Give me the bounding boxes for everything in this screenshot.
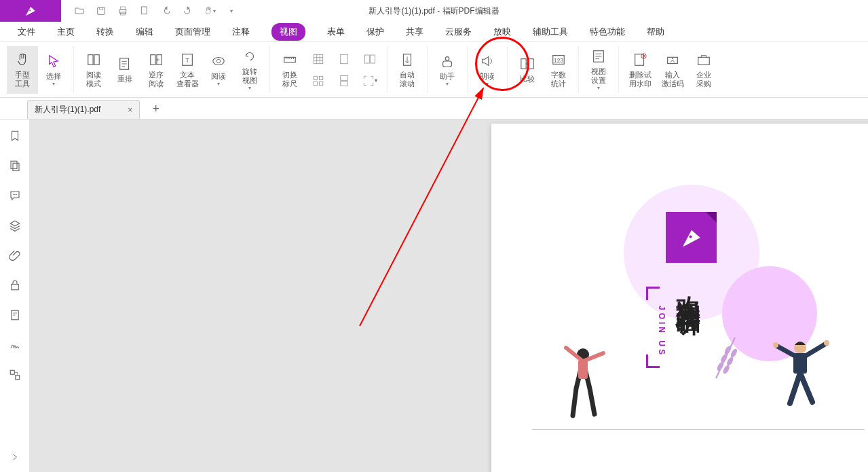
menu-aux-tools[interactable]: 辅助工具 [533, 26, 568, 38]
facing-icon[interactable] [360, 52, 380, 66]
continuous-icon[interactable] [334, 74, 354, 88]
document-tab[interactable]: 新人引导(1)(1).pdf × [27, 100, 140, 119]
foxit-logo [666, 212, 717, 263]
select-label: 选择 [46, 72, 61, 81]
assistant-label: 助手 [440, 72, 455, 81]
illustration-person [766, 335, 834, 422]
enter-code-button[interactable]: 输入 激活码 [657, 46, 688, 94]
settings-icon [590, 48, 607, 65]
compare-button[interactable]: 比较 [512, 46, 543, 94]
sign-doc-icon[interactable] [8, 308, 22, 322]
rotate-view-label: 旋转 视图 [242, 67, 257, 85]
security-icon[interactable] [8, 278, 22, 292]
svg-point-53 [722, 364, 731, 375]
svg-rect-19 [320, 76, 323, 79]
side-panel-rail [0, 120, 30, 472]
svg-rect-18 [314, 76, 317, 79]
menu-home[interactable]: 主页 [57, 26, 75, 38]
svg-rect-24 [341, 81, 348, 86]
document-tab-label: 新人引导(1)(1).pdf [35, 104, 100, 115]
add-tab-button[interactable]: + [152, 102, 159, 119]
auto-scroll-button[interactable]: 自动 滚动 [392, 46, 423, 94]
menu-view[interactable]: 视图 [271, 23, 305, 41]
reflow-label: 重排 [117, 75, 132, 84]
svg-point-44 [16, 194, 17, 196]
remove-trial-wm-button[interactable]: 删除试 用水印 [623, 46, 657, 94]
briefcase-icon [696, 52, 712, 68]
reverse-read-button[interactable]: 逆序 阅读 [140, 46, 172, 94]
fit-icon[interactable]: ▾ [360, 74, 380, 88]
svg-point-14 [213, 57, 225, 65]
undo-icon[interactable] [160, 5, 172, 17]
read-mode-label: 阅读 模式 [86, 71, 101, 88]
menu-help[interactable]: 帮助 [647, 26, 664, 38]
text-viewer-label: 文本 查看器 [176, 71, 199, 88]
svg-point-38 [672, 58, 673, 59]
chevron-down-icon: ▾ [446, 81, 449, 87]
view-settings-button[interactable]: 视图 设置 ▾ [583, 46, 614, 94]
quick-access-toolbar: ▾ ▾ [73, 5, 238, 17]
menu-page-manage[interactable]: 页面管理 [175, 26, 210, 38]
read-aloud-button[interactable]: 阅读 ▾ [203, 46, 234, 94]
pages-icon[interactable] [8, 159, 22, 173]
svg-rect-31 [529, 59, 533, 69]
save-icon[interactable] [95, 5, 107, 17]
hand-tool-button[interactable]: 手型 工具 [7, 46, 38, 94]
svg-point-0 [29, 10, 31, 11]
svg-rect-47 [10, 370, 14, 374]
comment-icon[interactable] [8, 189, 22, 202]
reflow-button[interactable]: 重排 [109, 46, 140, 94]
qat-dropdown-icon[interactable]: ▾ [225, 5, 238, 17]
assistant-button[interactable]: 助手 ▾ [432, 46, 463, 94]
svg-rect-41 [13, 163, 19, 170]
svg-rect-17 [314, 54, 323, 64]
redo-icon[interactable] [182, 5, 194, 17]
menu-file[interactable]: 文件 [18, 26, 35, 38]
menu-special[interactable]: 特色功能 [590, 26, 625, 38]
text-viewer-button[interactable]: T 文本 查看器 [172, 46, 203, 94]
remove-trial-wm-label: 删除试 用水印 [629, 71, 652, 88]
attachment-icon[interactable] [8, 249, 22, 262]
read-out-button[interactable]: 朗读 ▾ [472, 46, 503, 94]
eye-icon [210, 53, 227, 69]
enterprise-buy-button[interactable]: 企业 采购 [688, 46, 719, 94]
menu-play[interactable]: 放映 [493, 26, 511, 38]
svg-rect-8 [94, 54, 99, 65]
bookmark-icon[interactable] [8, 129, 22, 143]
word-count-button[interactable]: 123 字数 统计 [543, 46, 574, 94]
hand-icon[interactable]: ▾ [204, 5, 216, 17]
single-page-icon[interactable] [334, 52, 354, 66]
print-icon[interactable] [117, 5, 129, 17]
open-icon[interactable] [73, 5, 86, 17]
grid-icon[interactable] [308, 52, 328, 66]
close-icon[interactable]: × [128, 105, 132, 115]
menu-cloud[interactable]: 云服务 [445, 26, 472, 38]
compare-label: 比较 [520, 75, 535, 84]
menu-share[interactable]: 共享 [406, 26, 423, 38]
svg-point-55 [730, 348, 738, 359]
page-icon[interactable] [138, 5, 151, 17]
auto-scroll-label: 自动 滚动 [400, 71, 415, 88]
canvas-area[interactable]: JOIN US 欢迎来到福昕 [30, 120, 868, 472]
read-mode-button[interactable]: 阅读 模式 [78, 46, 109, 94]
menu-form[interactable]: 表单 [327, 26, 345, 38]
svg-rect-23 [341, 75, 348, 80]
app-logo[interactable] [0, 0, 61, 22]
toggle-ruler-button[interactable]: 切换 标尺 [274, 46, 305, 94]
svg-rect-57 [578, 360, 588, 379]
menu-annotate[interactable]: 注释 [232, 26, 250, 38]
svg-point-54 [725, 356, 734, 367]
menu-convert[interactable]: 转换 [96, 26, 114, 38]
rotate-view-button[interactable]: 旋转 视图 ▾ [234, 46, 265, 94]
layers-icon[interactable] [8, 219, 22, 232]
snap-icon[interactable] [308, 74, 328, 88]
signature-icon[interactable] [8, 338, 22, 352]
reverse-icon [148, 52, 164, 68]
svg-rect-6 [141, 7, 147, 14]
menu-edit[interactable]: 编辑 [136, 26, 153, 38]
document-tabs: 新人引导(1)(1).pdf × + [0, 98, 868, 120]
share-icon[interactable] [8, 368, 22, 382]
collapse-icon[interactable] [8, 450, 22, 464]
select-button[interactable]: 选择 ▾ [38, 46, 69, 94]
menu-protect[interactable]: 保护 [366, 26, 384, 38]
